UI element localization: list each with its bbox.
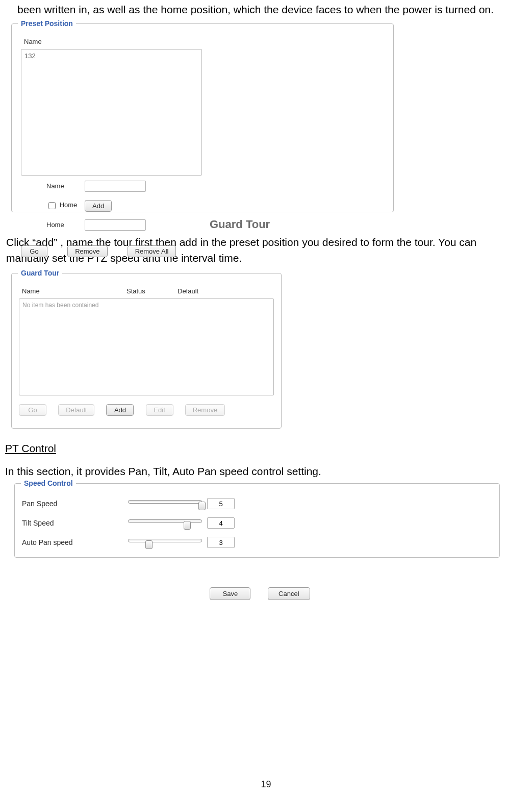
page-root: been written in, as well as the home pos… <box>0 2 532 797</box>
gt-edit-button[interactable]: Edit <box>146 404 173 416</box>
preset-home-label: Home <box>46 220 85 230</box>
slider-thumb[interactable] <box>184 521 191 530</box>
tilt-speed-label: Tilt Speed <box>22 518 128 528</box>
slider-track <box>128 539 202 542</box>
page-number: 19 <box>0 778 532 791</box>
gt-add-button[interactable]: Add <box>106 404 134 416</box>
preset-home-input[interactable] <box>85 219 146 231</box>
preset-home-check-wrap: Home <box>46 201 85 211</box>
speed-row-autopan: Auto Pan speed <box>22 533 492 552</box>
autopan-speed-value[interactable] <box>207 537 235 548</box>
pt-control-heading: PT Control <box>5 441 515 456</box>
preset-list-item[interactable]: 132 <box>24 52 198 61</box>
gt-col-default: Default <box>178 287 218 296</box>
guard-tour-legend: Guard Tour <box>18 268 62 278</box>
remove-all-button[interactable]: Remove All <box>128 245 176 257</box>
guard-tour-empty-msg: No item has been contained <box>22 302 98 309</box>
speed-row-tilt: Tilt Speed <box>22 513 492 533</box>
guard-tour-actions: Go Default Add Edit Remove <box>19 395 274 416</box>
gt-col-name: Name <box>22 287 126 296</box>
speed-control-panel: Speed Control Pan Speed Tilt Speed Auto … <box>14 483 500 558</box>
preset-list[interactable]: 132 <box>21 49 202 176</box>
preset-legend: Preset Position <box>18 18 76 29</box>
speed-control-legend: Speed Control <box>21 478 76 488</box>
preset-home-check-label: Home <box>60 202 78 209</box>
preset-position-panel: Preset Position Name 132 Name Home Add H… <box>11 23 394 212</box>
pan-speed-value[interactable] <box>207 498 235 509</box>
remove-button[interactable]: Remove <box>67 245 107 257</box>
preset-left-column: Name 132 <box>21 36 202 176</box>
preset-list-header: Name <box>21 36 202 49</box>
preset-right-column: Name Home Add Home <box>46 176 210 235</box>
guard-tour-headers: Name Status Default <box>19 286 274 298</box>
preset-name-label: Name <box>46 182 85 191</box>
tilt-speed-slider[interactable] <box>128 516 202 530</box>
slider-thumb[interactable] <box>145 540 153 549</box>
preset-home-checkbox[interactable] <box>48 202 56 209</box>
gt-remove-button[interactable]: Remove <box>185 404 225 416</box>
speed-row-pan: Pan Speed <box>22 494 492 513</box>
preset-actions: Go Remove Remove All <box>21 235 384 258</box>
gt-col-status: Status <box>126 287 178 296</box>
slider-track <box>128 500 202 504</box>
slider-thumb[interactable] <box>198 502 206 510</box>
footer-actions: Save Cancel <box>5 585 515 600</box>
save-button[interactable]: Save <box>210 587 250 600</box>
autopan-speed-label: Auto Pan speed <box>22 537 128 547</box>
add-button[interactable]: Add <box>85 200 112 212</box>
cancel-button[interactable]: Cancel <box>268 587 310 600</box>
slider-track <box>128 519 202 523</box>
autopan-speed-slider[interactable] <box>128 536 202 549</box>
gt-default-button[interactable]: Default <box>58 404 94 416</box>
pt-control-desc: In this section, it provides Pan, Tilt, … <box>5 464 515 479</box>
pan-speed-label: Pan Speed <box>22 499 128 509</box>
guard-tour-list[interactable]: No item has been contained <box>19 298 274 395</box>
preset-name-input[interactable] <box>85 181 146 192</box>
gt-go-button[interactable]: Go <box>19 404 46 416</box>
go-button[interactable]: Go <box>21 245 47 257</box>
intro-text: been written in, as well as the home pos… <box>5 2 515 17</box>
pan-speed-slider[interactable] <box>128 497 202 510</box>
tilt-speed-value[interactable] <box>207 517 235 529</box>
guard-tour-panel: Guard Tour Name Status Default No item h… <box>11 273 282 429</box>
